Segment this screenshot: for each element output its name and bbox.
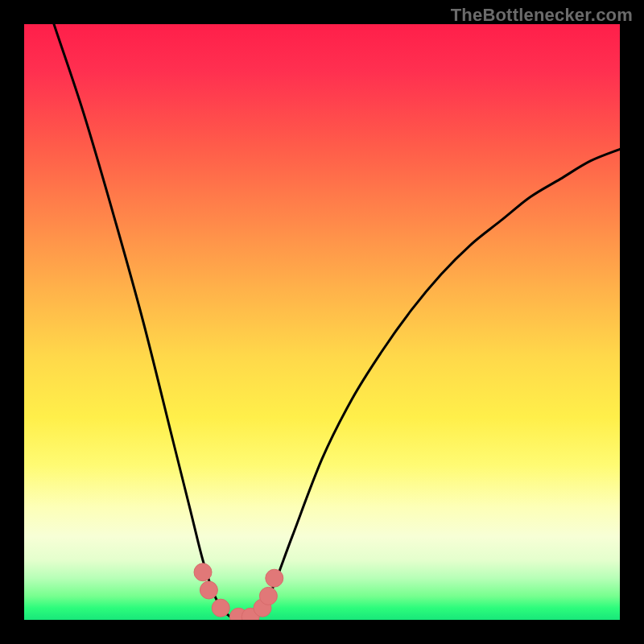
watermark-text: TheBottlenecker.com <box>451 5 633 26</box>
chart-frame: TheBottlenecker.com <box>0 0 644 644</box>
plot-area <box>24 24 620 620</box>
heat-gradient-background <box>24 24 620 620</box>
